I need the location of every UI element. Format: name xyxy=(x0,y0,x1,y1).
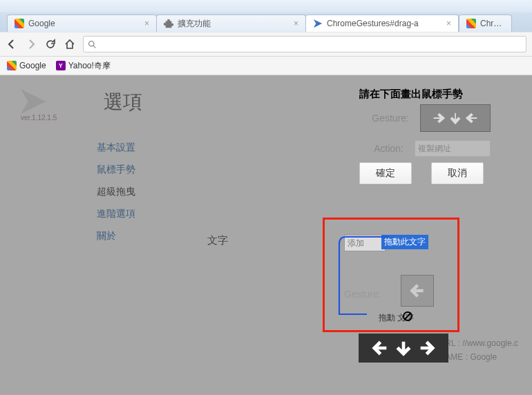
dialog-buttons: 確定 取消 xyxy=(359,162,484,184)
close-icon[interactable]: × xyxy=(144,19,149,28)
tab-google[interactable]: Google × xyxy=(7,15,157,32)
action-row: Action: 複製網址 xyxy=(374,140,491,157)
svg-point-0 xyxy=(89,41,94,46)
gesture-row: Gesture: xyxy=(372,104,491,132)
dialog-title: 請在下面畫出鼠標手勢 xyxy=(359,88,463,101)
close-icon[interactable]: × xyxy=(294,19,298,28)
arrow-left-icon xyxy=(464,110,479,126)
gesture-icon xyxy=(313,19,323,28)
page-content: ver.1.12.1.5 選項 基本設置 鼠標手勢 超級拖曳 進階選項 關於 文… xyxy=(0,75,532,395)
reload-button[interactable] xyxy=(44,38,57,50)
arrow-down-icon xyxy=(394,338,413,358)
tab-extensions[interactable]: 擴充功能 × xyxy=(156,15,306,32)
gesture-arrow-box xyxy=(401,275,434,307)
yahoo-icon: Y xyxy=(56,61,66,70)
highlight-box: 添加 拖動此文字 Gesture: 拖動 文字 xyxy=(323,218,459,332)
tab-title: Chrom xyxy=(480,19,504,28)
extension-icon xyxy=(164,19,173,28)
arrow-right-icon xyxy=(431,110,446,126)
tab-chromegestures[interactable]: ChromeGestures#drag-a × xyxy=(305,15,459,32)
tab-chrome[interactable]: Chrom xyxy=(459,15,512,32)
google-icon xyxy=(15,19,24,28)
google-icon xyxy=(7,61,17,70)
google-icon xyxy=(466,19,476,28)
bookmarks-bar: Google Y Yahoo!奇摩 xyxy=(0,57,532,75)
window-titlebar xyxy=(0,0,532,12)
tab-title: ChromeGestures#drag-a xyxy=(327,19,442,28)
close-icon[interactable]: × xyxy=(446,19,451,28)
omnibox[interactable] xyxy=(83,36,526,52)
action-select[interactable]: 複製網址 xyxy=(415,140,491,157)
action-label: Action: xyxy=(374,143,403,154)
gesture-label: Gesture: xyxy=(372,113,409,124)
search-icon xyxy=(88,40,97,49)
tab-strip: Google × 擴充功能 × ChromeGestures#drag-a × … xyxy=(0,12,532,32)
arrow-down-icon xyxy=(448,110,463,126)
home-button[interactable] xyxy=(64,38,76,50)
bookmark-google[interactable]: Google xyxy=(7,61,46,70)
toolbar xyxy=(0,32,532,57)
arrow-left-icon xyxy=(370,338,390,358)
tab-title: Google xyxy=(28,19,140,28)
gesture-label: Gesture: xyxy=(344,289,381,300)
no-drop-cursor-icon xyxy=(402,311,413,322)
cancel-button[interactable]: 取消 xyxy=(431,162,484,184)
arrow-left-icon xyxy=(408,282,426,300)
tab-title: 擴充功能 xyxy=(178,18,289,30)
bookmark-label: Google xyxy=(19,61,46,70)
forward-button[interactable] xyxy=(25,38,37,50)
svg-line-2 xyxy=(404,313,411,320)
bookmark-label: Yahoo!奇摩 xyxy=(68,60,111,72)
gesture-tooltip xyxy=(359,334,448,363)
back-button[interactable] xyxy=(6,38,18,50)
arrow-right-icon xyxy=(417,338,437,358)
drag-text-pill[interactable]: 拖動此文字 xyxy=(381,235,428,249)
add-button[interactable]: 添加 xyxy=(344,235,386,251)
bookmark-yahoo[interactable]: Y Yahoo!奇摩 xyxy=(56,60,111,72)
ok-button[interactable]: 確定 xyxy=(359,162,412,184)
gesture-preview xyxy=(420,104,491,132)
